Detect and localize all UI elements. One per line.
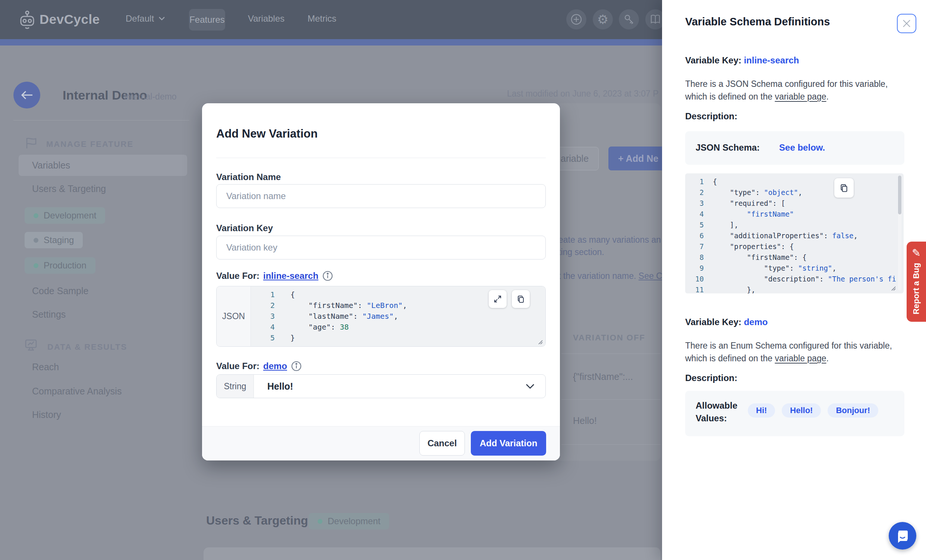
back-button[interactable] [14,82,40,109]
info-icon[interactable] [322,270,333,282]
variation-key-placeholder: Variation key [226,242,277,253]
sidebar-env-staging[interactable]: Staging [24,232,83,248]
schema-description-text: There is a JSON Schema configured for th… [685,77,902,103]
sidebar-item-settings[interactable]: Settings [32,309,66,320]
code-line: 5 ], [685,219,903,230]
table-row: {"firstName":... [573,371,633,382]
close-panel-button[interactable] [897,14,916,33]
api-keys-button[interactable] [619,9,639,29]
env-dot-icon [318,519,322,524]
code-line: 1{ [685,176,903,187]
last-modified-text: Last modified on June 6, 2023 at 3:07 P [507,89,659,99]
env-dot-icon [33,213,38,218]
sidebar-item-comparative-analysis[interactable]: Comparative Analysis [32,386,121,397]
sidebar-item-code-sample[interactable]: Code Sample [32,286,88,297]
settings-button[interactable]: ⚙ [593,9,613,29]
add-variation-modal: Add New Variation Variation Name Variati… [202,103,560,460]
brand-name[interactable]: DevCycle [39,12,100,27]
code-line: 4 "firstName" [685,209,903,219]
copy-schema-button[interactable] [834,178,854,198]
gear-icon: ⚙ [597,12,608,27]
sidebar-env-production[interactable]: Production [24,257,95,274]
description-label: Description: [685,111,737,121]
json-value-editor[interactable]: JSON 1{2 "firstName": "LeBron",3 "lastNa… [216,286,546,347]
feature-key: internal-demo [124,92,177,102]
report-a-bug-tab[interactable]: ✎ Report a Bug [906,242,926,322]
json-schema-label: JSON Schema: [696,142,760,153]
string-value-select[interactable]: String Hello! [216,374,546,398]
variable-page-link[interactable]: variable page [775,353,826,363]
sidebar-item-variables[interactable]: Variables [19,155,187,176]
see-docs-link[interactable]: See C [639,271,663,281]
variable-key-link-inline-search[interactable]: inline-search [744,55,799,65]
cancel-button[interactable]: Cancel [419,431,465,456]
code-line: 9 "type": "string", [685,263,903,274]
code-line: 2 "type": "object", [685,187,903,198]
info-icon[interactable] [291,360,302,372]
table-divider [561,399,661,400]
bottom-env-development: Development [309,513,389,530]
resize-handle[interactable] [890,285,896,291]
see-below-link[interactable]: See below. [779,142,825,153]
json-schema-code-block[interactable]: 1{2 "type": "object",3 "required": [4 "f… [685,173,903,294]
chat-widget-button[interactable] [889,522,916,549]
table-divider [561,444,661,445]
schema-description-text: There is an Enum Schema configured for t… [685,339,902,365]
variable-key-link-demo[interactable]: demo [744,317,767,327]
code-line: 3 "lastName": "James", [251,311,545,322]
json-type-badge: JSON [216,286,251,347]
help-text-fragment: ting section. [558,247,604,257]
string-value-selected: Hello! [254,375,525,398]
table-divider [561,353,661,354]
value-for-inline-search-row: Value For: inline-search [216,270,333,282]
sidebar-env-development[interactable]: Development [24,207,105,224]
sidebar-item-history[interactable]: History [32,409,61,420]
allowable-values-box: Allowable Values: Hi!Hello!Bonjour! [685,391,904,436]
pencil-icon: ✎ [912,247,920,259]
variable-key-row: Variable Key: inline-search [685,55,799,66]
panel-title: Variable Schema Definitions [685,16,830,28]
variation-key-input[interactable]: Variation key [216,236,546,259]
add-variation-button[interactable]: Add Variation [471,431,546,456]
sidebar-section-data-results: DATA & RESULTS [47,342,127,352]
description-label: Description: [685,373,737,383]
allowable-values-list: Hi!Hello!Bonjour! [748,403,878,418]
variable-key-row: Variable Key: demo [685,317,767,327]
allowable-value-pill: Bonjour! [828,403,878,418]
book-icon [649,13,662,26]
variable-schema-panel: Variable Schema Definitions Variable Key… [662,0,926,560]
variation-name-placeholder: Variation name [226,191,286,201]
tab-features[interactable]: Features [189,9,225,30]
string-type-badge: String [216,375,254,398]
allowable-value-pill: Hello! [782,403,821,418]
env-dot-icon [33,238,38,243]
code-line: 11 }, [685,285,903,294]
variable-page-link[interactable]: variable page [775,92,826,101]
resize-handle[interactable] [537,339,543,345]
copy-button[interactable] [512,290,530,308]
report-a-bug-label: Report a Bug [911,263,921,314]
project-switcher[interactable]: Default [126,14,165,24]
plus-circle-icon [570,13,583,26]
inline-search-link[interactable]: inline-search [263,271,318,281]
flag-icon [24,136,38,150]
sidebar-item-users-targeting[interactable]: Users & Targeting [32,183,106,194]
tab-metrics[interactable]: Metrics [307,14,336,24]
scrollbar-thumb[interactable] [898,176,902,214]
tab-variables[interactable]: Variables [248,14,284,24]
variation-name-input[interactable]: Variation name [216,184,546,208]
help-text-fragment: t the variation name. See C [558,271,663,281]
create-button[interactable] [566,9,586,29]
key-icon [623,13,635,26]
project-switcher-label: Default [126,14,154,24]
help-text-fragment: eate as many variations an [558,235,661,245]
sidebar-item-reach[interactable]: Reach [32,362,59,372]
expand-button[interactable] [489,290,507,308]
arrow-left-icon [21,90,33,100]
demo-link[interactable]: demo [263,361,287,371]
value-for-label: Value For: [216,361,259,371]
env-label: Production [44,260,86,271]
value-for-label: Value For: [216,271,259,281]
sidebar-section-manage-feature: MANAGE FEATURE [46,139,133,149]
allowable-value-pill: Hi! [748,403,775,418]
